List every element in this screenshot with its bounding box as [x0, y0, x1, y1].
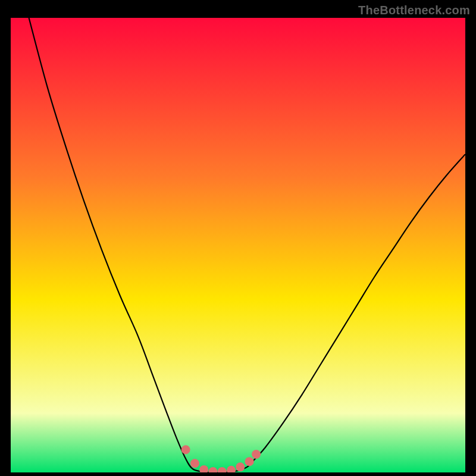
valley-marker — [181, 445, 190, 454]
valley-marker — [190, 459, 199, 468]
plot-area — [11, 18, 465, 472]
valley-marker — [236, 462, 245, 471]
valley-marker — [245, 457, 254, 466]
chart-frame: TheBottleneck.com — [0, 0, 476, 476]
watermark-text: TheBottleneck.com — [358, 4, 470, 17]
chart-svg — [11, 18, 465, 472]
gradient-background — [11, 18, 465, 472]
valley-marker — [252, 450, 261, 459]
